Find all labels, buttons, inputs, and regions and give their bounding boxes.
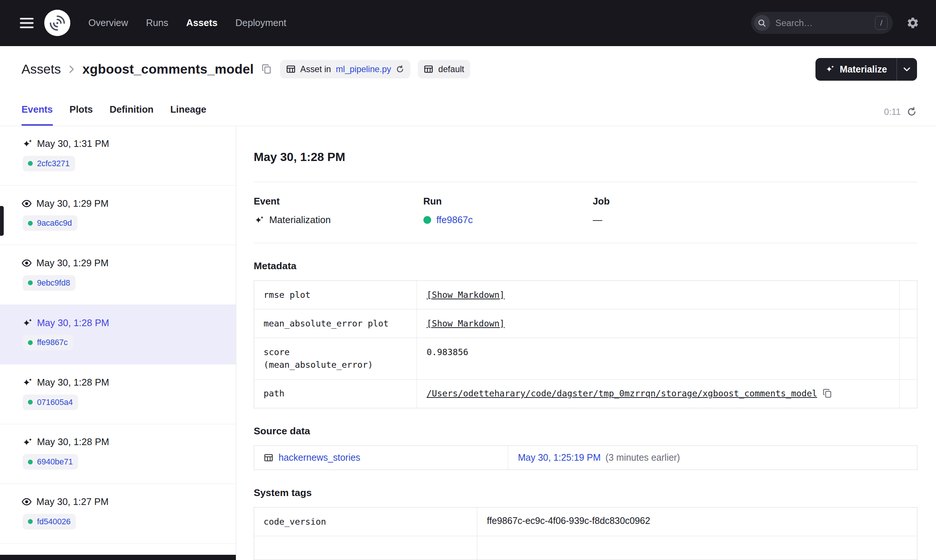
metadata-value: 0.983856: [427, 346, 468, 358]
run-status-dot: [28, 221, 33, 226]
copy-path-icon[interactable]: [822, 389, 832, 398]
source-timestamp-link[interactable]: May 30, 1:25:19 PM: [518, 452, 600, 463]
nav-overview[interactable]: Overview: [88, 17, 128, 28]
event-timestamp: May 30, 1:28 PM: [37, 377, 109, 388]
event-list-item-selected[interactable]: May 30, 1:28 PM ffe9867c: [0, 305, 236, 365]
nav-assets[interactable]: Assets: [186, 17, 218, 28]
run-status-dot: [423, 216, 431, 224]
hamburger-menu-icon[interactable]: [19, 15, 35, 31]
run-id-tag[interactable]: 071605a4: [23, 395, 78, 410]
top-nav: Overview Runs Assets Deployment /: [0, 0, 936, 46]
event-column: Event Materialization: [254, 196, 423, 225]
run-id-tag[interactable]: 2cfc3271: [23, 156, 75, 171]
search-shortcut-badge: /: [875, 16, 888, 30]
metadata-row-end: [899, 380, 917, 408]
refresh-icon[interactable]: [907, 107, 917, 117]
event-timestamp: May 30, 1:28 PM: [37, 437, 109, 447]
gear-icon[interactable]: [906, 16, 919, 29]
system-tags-heading: System tags: [254, 487, 918, 498]
run-column-header: Run: [423, 196, 593, 207]
source-data-heading: Source data: [254, 425, 918, 437]
materialization-icon: [254, 216, 264, 224]
metadata-row: path /Users/odetteharary/code/dagster/tm…: [254, 379, 917, 408]
run-id-link[interactable]: 6940be71: [37, 457, 72, 467]
tab-bar: Events Plots Definition Lineage 0:11: [0, 89, 936, 126]
tab-plots[interactable]: Plots: [69, 104, 93, 125]
job-value: —: [593, 215, 602, 225]
materialization-icon: [22, 140, 32, 148]
event-list-item[interactable]: May 30, 1:31 PM 2cfc3271: [0, 126, 236, 186]
divider: [254, 182, 918, 182]
event-list-sidebar: May 30, 1:31 PM 2cfc3271 May 30, 1:29 PM…: [0, 126, 236, 560]
event-list-item[interactable]: May 30, 1:28 PM 071605a4: [0, 365, 236, 424]
run-status-dot: [28, 280, 33, 285]
run-id-tag[interactable]: 9ebc9fd8: [23, 275, 75, 291]
run-id-tag[interactable]: 9aca6c9d: [23, 215, 77, 231]
run-id-tag[interactable]: 6940be71: [23, 454, 78, 470]
table-icon: [264, 453, 273, 463]
metadata-table: rmse plot [Show Markdown] mean_absolute_…: [254, 280, 918, 408]
materialize-dropdown-button[interactable]: [897, 58, 917, 81]
event-timestamp: May 30, 1:27 PM: [37, 496, 109, 507]
event-list-item[interactable]: May 30, 1:29 PM 9ebc9fd8: [0, 245, 236, 305]
code-location-link[interactable]: ml_pipeline.py: [336, 64, 391, 74]
run-status-dot: [28, 161, 33, 166]
run-id-link[interactable]: 9aca6c9d: [37, 218, 72, 228]
source-relative-time: (3 minutes earlier): [605, 452, 680, 463]
run-id-tag[interactable]: ffe9867c: [23, 335, 73, 350]
event-list-item[interactable]: May 30, 1:29 PM 9aca6c9d: [0, 186, 236, 245]
metadata-key: rmse plot: [254, 281, 417, 309]
tab-events[interactable]: Events: [22, 104, 53, 125]
dagster-logo[interactable]: [44, 10, 71, 36]
event-timestamp: May 30, 1:29 PM: [37, 258, 109, 268]
run-id-link[interactable]: 071605a4: [37, 397, 72, 407]
search-input[interactable]: [775, 18, 870, 28]
storage-path-link[interactable]: /Users/odetteharary/code/dagster/tmp_0mz…: [427, 387, 817, 400]
run-id-link[interactable]: fd540026: [37, 517, 70, 526]
run-status-dot: [28, 519, 33, 524]
content-area: May 30, 1:31 PM 2cfc3271 May 30, 1:29 PM…: [0, 126, 936, 560]
run-status-dot: [28, 460, 33, 465]
materialize-label: Materialize: [840, 64, 887, 75]
source-asset-link[interactable]: hackernews_stories: [279, 452, 360, 463]
nav-runs[interactable]: Runs: [146, 17, 169, 28]
run-id-link[interactable]: 9ebc9fd8: [37, 278, 70, 288]
event-list-item[interactable]: May 30, 1:28 PM 6940be71: [0, 424, 236, 484]
group-tag[interactable]: default: [418, 60, 470, 78]
group-tag-label: default: [438, 64, 464, 74]
run-id-link[interactable]: ffe9867c: [37, 338, 68, 347]
breadcrumb-assets[interactable]: Assets: [22, 62, 61, 77]
tab-lineage[interactable]: Lineage: [170, 104, 206, 125]
event-detail-title: May 30, 1:28 PM: [254, 150, 918, 164]
copy-asset-name-icon[interactable]: [262, 64, 272, 75]
reload-location-icon[interactable]: [396, 65, 404, 73]
metadata-row-end: [899, 281, 917, 309]
search-bar[interactable]: /: [751, 12, 893, 34]
sparkle-icon: [825, 65, 834, 72]
system-tag-row: [254, 536, 917, 560]
event-detail-pane: May 30, 1:28 PM Event Materialization Ru…: [236, 126, 936, 560]
system-tags-table: code_version ffe9867c-ec9c-4f06-939c-f8d…: [254, 507, 918, 560]
nav-deployment[interactable]: Deployment: [236, 17, 286, 28]
observation-icon: [22, 498, 32, 506]
run-id-link[interactable]: 2cfc3271: [37, 159, 69, 168]
run-id-tag[interactable]: fd540026: [23, 514, 76, 529]
refresh-timer: 0:11: [884, 107, 917, 125]
event-list-item[interactable]: May 30, 1:27 PM fd540026: [0, 484, 236, 543]
show-markdown-link[interactable]: [Show Markdown]: [427, 317, 505, 330]
materialization-icon: [22, 438, 32, 446]
tab-definition[interactable]: Definition: [109, 104, 153, 125]
materialize-button[interactable]: Materialize: [816, 58, 897, 81]
metadata-row: rmse plot [Show Markdown]: [254, 281, 917, 309]
sidebar-scrollbar-thumb[interactable]: [0, 206, 4, 236]
event-column-header: Event: [254, 196, 423, 207]
event-timestamp: May 30, 1:28 PM: [37, 318, 109, 328]
code-location-tag: Asset in ml_pipeline.py: [280, 60, 410, 78]
run-id-link[interactable]: ffe9867c: [436, 215, 473, 225]
chevron-down-icon: [903, 67, 910, 72]
page-header: Assets xgboost_comments_model Asset in m…: [0, 46, 936, 89]
show-markdown-link[interactable]: [Show Markdown]: [427, 289, 505, 301]
source-data-table: hackernews_stories May 30, 1:25:19 PM (3…: [254, 445, 918, 470]
chevron-right-icon: [69, 65, 75, 73]
metadata-row-end: [899, 338, 917, 379]
